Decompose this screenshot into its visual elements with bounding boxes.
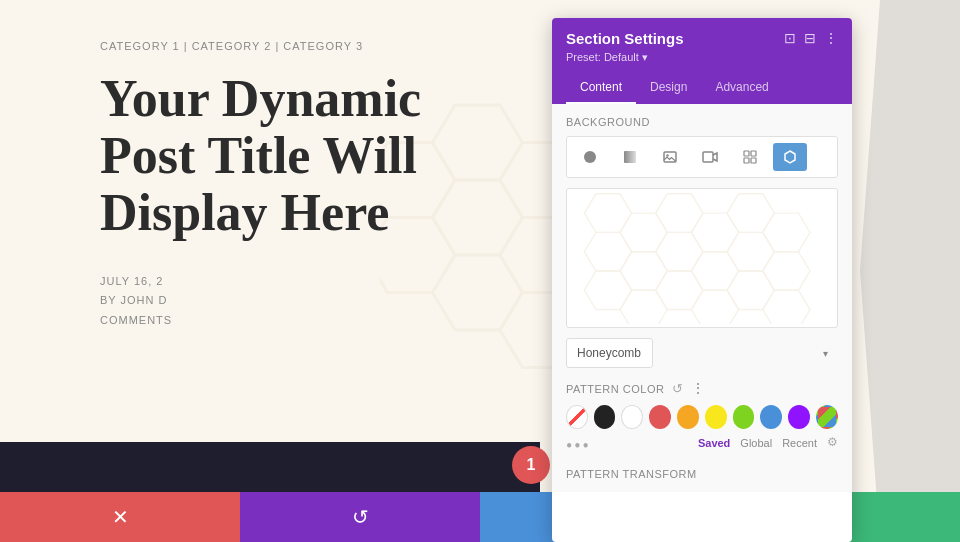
svg-rect-16	[744, 151, 749, 156]
section-settings-panel: Section Settings ⊡ ⊟ ⋮ Preset: Default ▾…	[552, 18, 852, 542]
blue-swatch[interactable]	[760, 405, 782, 429]
pattern-color-reset-icon[interactable]: ↺	[672, 381, 683, 397]
svg-marker-25	[691, 213, 738, 252]
post-title: Your Dynamic Post Title Will Display Her…	[100, 70, 520, 242]
panel-more-icon[interactable]: ⋮	[824, 30, 838, 47]
black-swatch[interactable]	[594, 405, 616, 429]
post-author: BY JOHN D	[100, 291, 520, 311]
undo-button[interactable]: ↺	[240, 492, 480, 542]
multicolor-swatch[interactable]	[816, 405, 838, 429]
white-swatch[interactable]	[621, 405, 643, 429]
purple-swatch[interactable]	[788, 405, 810, 429]
svg-marker-23	[620, 252, 667, 291]
svg-marker-35	[691, 290, 738, 324]
post-meta: JULY 16, 2 BY JOHN D COMMENTS	[100, 272, 520, 331]
pattern-color-more-icon[interactable]: ⋮	[691, 380, 706, 397]
blog-content: CATEGORY 1 | CATEGORY 2 | CATEGORY 3 You…	[100, 40, 520, 331]
transparent-swatch[interactable]	[566, 405, 588, 429]
panel-resize-icon[interactable]: ⊡	[784, 30, 796, 47]
panel-title: Section Settings	[566, 30, 684, 47]
panel-preset[interactable]: Preset: Default ▾	[566, 51, 838, 64]
svg-marker-28	[727, 194, 774, 233]
pattern-dropdown-wrapper: Honeycomb Chevron Polka Dot Stripes ▾	[566, 338, 838, 368]
svg-marker-36	[727, 271, 774, 310]
category-bar: CATEGORY 1 | CATEGORY 2 | CATEGORY 3	[100, 40, 520, 52]
color-tabs: Saved Global Recent ⚙	[698, 435, 838, 450]
cancel-button[interactable]: ✕	[0, 492, 240, 542]
svg-rect-19	[751, 158, 756, 163]
bg-type-row	[566, 136, 838, 178]
svg-marker-24	[656, 194, 703, 233]
svg-marker-22	[584, 232, 631, 271]
video-bg-icon[interactable]	[693, 143, 727, 171]
svg-marker-26	[656, 232, 703, 271]
tab-recent[interactable]: Recent	[782, 437, 817, 449]
svg-point-14	[666, 154, 668, 156]
tab-content[interactable]: Content	[566, 72, 636, 104]
gradient-bg-icon[interactable]	[613, 143, 647, 171]
svg-marker-30	[727, 232, 774, 271]
panel-body: Background	[552, 104, 852, 492]
mask-bg-icon[interactable]	[773, 143, 807, 171]
pattern-preview	[566, 188, 838, 328]
color-swatches	[566, 405, 838, 429]
dropdown-arrow-icon: ▾	[823, 348, 828, 359]
svg-point-11	[584, 151, 596, 163]
orange-swatch[interactable]	[677, 405, 699, 429]
pattern-dropdown-row: Honeycomb Chevron Polka Dot Stripes ▾	[566, 338, 838, 368]
svg-marker-21	[620, 213, 667, 252]
svg-marker-27	[691, 252, 738, 291]
svg-rect-17	[751, 151, 756, 156]
svg-rect-12	[624, 151, 636, 163]
svg-rect-18	[744, 158, 749, 163]
panel-split-icon[interactable]: ⊟	[804, 30, 816, 47]
svg-marker-31	[763, 252, 810, 291]
pattern-dropdown[interactable]: Honeycomb Chevron Polka Dot Stripes	[566, 338, 653, 368]
red-swatch[interactable]	[649, 405, 671, 429]
undo-icon: ↺	[352, 505, 369, 529]
pattern-color-label: Pattern Color	[566, 383, 664, 395]
svg-marker-34	[656, 271, 703, 310]
tab-saved[interactable]: Saved	[698, 437, 730, 449]
right-side-panel	[860, 0, 960, 542]
svg-rect-15	[703, 152, 713, 162]
tab-advanced[interactable]: Advanced	[701, 72, 782, 104]
svg-marker-32	[584, 271, 631, 310]
svg-marker-29	[763, 213, 810, 252]
color-more-dots[interactable]: •••	[566, 436, 591, 457]
color-settings-icon[interactable]: ⚙	[827, 435, 838, 450]
step-badge: 1	[512, 446, 550, 484]
panel-header-icons: ⊡ ⊟ ⋮	[784, 30, 838, 47]
svg-marker-33	[620, 290, 667, 324]
dark-footer-bar	[0, 442, 540, 492]
yellow-swatch[interactable]	[705, 405, 727, 429]
panel-header: Section Settings ⊡ ⊟ ⋮ Preset: Default ▾	[552, 18, 852, 72]
pattern-color-header: Pattern Color ↺ ⋮	[566, 380, 838, 397]
post-date: JULY 16, 2	[100, 272, 520, 292]
tab-design[interactable]: Design	[636, 72, 701, 104]
panel-tabs: Content Design Advanced	[552, 72, 852, 104]
cancel-icon: ✕	[112, 505, 129, 529]
green-swatch[interactable]	[733, 405, 755, 429]
pattern-bg-icon[interactable]	[733, 143, 767, 171]
svg-marker-20	[584, 194, 631, 233]
color-bg-icon[interactable]	[573, 143, 607, 171]
pattern-transform-label: Pattern Transform	[566, 468, 838, 480]
svg-marker-37	[763, 290, 810, 324]
background-label: Background	[566, 116, 838, 128]
image-bg-icon[interactable]	[653, 143, 687, 171]
tab-global[interactable]: Global	[740, 437, 772, 449]
post-comments: COMMENTS	[100, 311, 520, 331]
